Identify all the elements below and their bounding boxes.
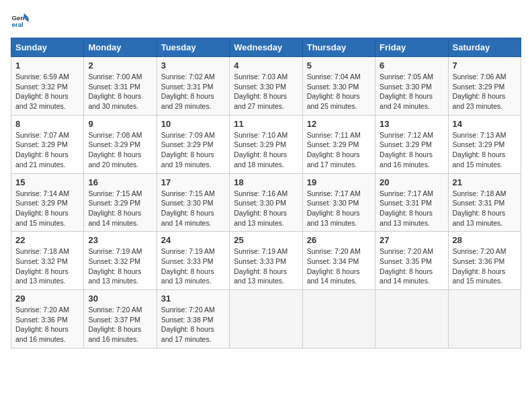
day-info-line: and 16 minutes. bbox=[380, 160, 443, 170]
day-number: 22 bbox=[15, 235, 79, 245]
day-info-line: Sunset: 3:31 PM bbox=[380, 198, 443, 208]
calendar-cell: 2Sunrise: 7:00 AMSunset: 3:31 PMDaylight… bbox=[84, 57, 157, 116]
day-info-line: Sunrise: 7:20 AM bbox=[380, 246, 443, 257]
day-info-line: Sunrise: 7:14 AM bbox=[15, 189, 79, 199]
weekday-sunday: Sunday bbox=[11, 38, 84, 57]
day-info-line: Daylight: 8 hours bbox=[453, 208, 517, 218]
svg-marker-3 bbox=[24, 18, 29, 23]
calendar-cell: 1Sunrise: 6:59 AMSunset: 3:32 PMDaylight… bbox=[11, 57, 84, 116]
day-info-line: Daylight: 8 hours bbox=[380, 267, 443, 277]
day-info-line: Sunset: 3:34 PM bbox=[307, 257, 371, 267]
day-info-line: and 16 minutes. bbox=[88, 334, 152, 345]
day-info-line: Sunrise: 7:20 AM bbox=[161, 305, 225, 315]
day-info-line: Daylight: 8 hours bbox=[234, 267, 298, 277]
calendar-cell: 22Sunrise: 7:18 AMSunset: 3:32 PMDayligh… bbox=[11, 232, 84, 290]
day-info-line: and 14 minutes. bbox=[380, 276, 443, 286]
day-info-line: and 25 minutes. bbox=[307, 101, 371, 111]
day-info-line: and 13 minutes. bbox=[161, 276, 225, 286]
calendar-cell: 8Sunrise: 7:07 AMSunset: 3:29 PMDaylight… bbox=[11, 115, 84, 173]
day-info-line: and 15 minutes. bbox=[453, 160, 517, 170]
day-info-line: Sunset: 3:29 PM bbox=[453, 82, 517, 92]
day-info-line: and 17 minutes. bbox=[161, 334, 225, 345]
day-info-line: Sunrise: 7:17 AM bbox=[307, 189, 371, 199]
logo: Gen eral bbox=[11, 11, 32, 30]
day-number: 17 bbox=[161, 177, 225, 187]
day-info-line: Sunset: 3:29 PM bbox=[161, 140, 225, 150]
day-info-line: Daylight: 8 hours bbox=[453, 150, 517, 160]
day-number: 1 bbox=[15, 60, 79, 71]
day-info-line: Sunset: 3:29 PM bbox=[453, 140, 517, 150]
day-info-line: Daylight: 8 hours bbox=[307, 91, 371, 101]
calendar-cell: 4Sunrise: 7:03 AMSunset: 3:30 PMDaylight… bbox=[230, 57, 302, 116]
day-info-line: Daylight: 8 hours bbox=[161, 150, 225, 160]
day-number: 29 bbox=[15, 293, 79, 304]
day-info-line: Daylight: 8 hours bbox=[234, 91, 298, 101]
day-info-line: and 13 minutes. bbox=[15, 276, 79, 286]
day-info-line: and 16 minutes. bbox=[15, 334, 79, 345]
day-info-line: and 30 minutes. bbox=[88, 101, 152, 111]
day-info-line: Sunrise: 7:13 AM bbox=[453, 130, 517, 140]
weekday-monday: Monday bbox=[84, 38, 157, 57]
day-info-line: and 21 minutes. bbox=[15, 160, 79, 170]
day-info-line: Daylight: 8 hours bbox=[15, 208, 79, 218]
day-info-line: Sunrise: 7:20 AM bbox=[88, 305, 152, 315]
page-header: Gen eral bbox=[11, 11, 521, 30]
day-info-line: Sunrise: 7:06 AM bbox=[453, 72, 517, 82]
calendar-cell: 21Sunrise: 7:18 AMSunset: 3:31 PMDayligh… bbox=[448, 173, 521, 232]
day-info-line: and 13 minutes. bbox=[234, 218, 298, 228]
day-info-line: Sunrise: 7:09 AM bbox=[161, 130, 225, 140]
day-info-line: Sunset: 3:29 PM bbox=[234, 140, 298, 150]
day-info-line: Sunrise: 7:07 AM bbox=[15, 130, 79, 140]
day-info-line: Sunrise: 7:18 AM bbox=[453, 189, 517, 199]
week-row-3: 15Sunrise: 7:14 AMSunset: 3:29 PMDayligh… bbox=[11, 173, 521, 232]
calendar-cell: 10Sunrise: 7:09 AMSunset: 3:29 PMDayligh… bbox=[157, 115, 229, 173]
day-info-line: Sunrise: 7:19 AM bbox=[234, 246, 298, 257]
calendar-cell: 7Sunrise: 7:06 AMSunset: 3:29 PMDaylight… bbox=[448, 57, 521, 116]
day-info-line: and 27 minutes. bbox=[234, 101, 298, 111]
day-info-line: Sunrise: 7:15 AM bbox=[161, 189, 225, 199]
day-info-line: Sunset: 3:31 PM bbox=[161, 82, 225, 92]
week-row-2: 8Sunrise: 7:07 AMSunset: 3:29 PMDaylight… bbox=[11, 115, 521, 173]
day-info-line: and 32 minutes. bbox=[15, 101, 79, 111]
day-info-line: Sunrise: 7:20 AM bbox=[307, 246, 371, 257]
calendar-cell bbox=[302, 290, 375, 349]
day-info-line: Daylight: 8 hours bbox=[307, 150, 371, 160]
day-info-line: Daylight: 8 hours bbox=[234, 208, 298, 218]
day-info-line: Sunrise: 6:59 AM bbox=[15, 72, 79, 82]
calendar-cell bbox=[448, 290, 521, 349]
calendar-cell: 26Sunrise: 7:20 AMSunset: 3:34 PMDayligh… bbox=[302, 232, 375, 290]
weekday-header-row: SundayMondayTuesdayWednesdayThursdayFrid… bbox=[11, 38, 521, 57]
day-info-line: Sunrise: 7:03 AM bbox=[234, 72, 298, 82]
day-info-line: Sunrise: 7:04 AM bbox=[307, 72, 371, 82]
calendar-cell: 19Sunrise: 7:17 AMSunset: 3:30 PMDayligh… bbox=[302, 173, 375, 232]
calendar-cell: 13Sunrise: 7:12 AMSunset: 3:29 PMDayligh… bbox=[375, 115, 448, 173]
calendar-cell: 24Sunrise: 7:19 AMSunset: 3:33 PMDayligh… bbox=[157, 232, 229, 290]
day-number: 2 bbox=[88, 60, 152, 71]
day-number: 20 bbox=[380, 177, 443, 187]
day-info-line: Daylight: 8 hours bbox=[15, 324, 79, 334]
day-number: 12 bbox=[307, 119, 371, 129]
day-info-line: and 15 minutes. bbox=[453, 276, 517, 286]
calendar-cell: 3Sunrise: 7:02 AMSunset: 3:31 PMDaylight… bbox=[157, 57, 229, 116]
day-info-line: Daylight: 8 hours bbox=[88, 324, 152, 334]
day-info-line: Sunset: 3:29 PM bbox=[15, 140, 79, 150]
day-info-line: Daylight: 8 hours bbox=[453, 91, 517, 101]
day-info-line: Sunset: 3:31 PM bbox=[88, 82, 152, 92]
calendar-cell: 28Sunrise: 7:20 AMSunset: 3:36 PMDayligh… bbox=[448, 232, 521, 290]
day-info-line: Daylight: 8 hours bbox=[161, 91, 225, 101]
day-info-line: Sunset: 3:29 PM bbox=[15, 198, 79, 208]
day-info-line: and 13 minutes. bbox=[234, 276, 298, 286]
day-info-line: Daylight: 8 hours bbox=[380, 208, 443, 218]
calendar-cell: 14Sunrise: 7:13 AMSunset: 3:29 PMDayligh… bbox=[448, 115, 521, 173]
logo-icon: Gen eral bbox=[11, 11, 30, 30]
calendar-cell: 29Sunrise: 7:20 AMSunset: 3:36 PMDayligh… bbox=[11, 290, 84, 349]
day-info-line: Sunset: 3:29 PM bbox=[307, 140, 371, 150]
day-number: 8 bbox=[15, 119, 79, 129]
calendar-cell: 16Sunrise: 7:15 AMSunset: 3:29 PMDayligh… bbox=[84, 173, 157, 232]
svg-text:eral: eral bbox=[11, 21, 24, 28]
weekday-tuesday: Tuesday bbox=[157, 38, 229, 57]
day-info-line: Sunset: 3:30 PM bbox=[380, 82, 443, 92]
day-info-line: Sunrise: 7:11 AM bbox=[307, 130, 371, 140]
calendar-cell: 23Sunrise: 7:19 AMSunset: 3:32 PMDayligh… bbox=[84, 232, 157, 290]
day-info-line: Daylight: 8 hours bbox=[453, 267, 517, 277]
